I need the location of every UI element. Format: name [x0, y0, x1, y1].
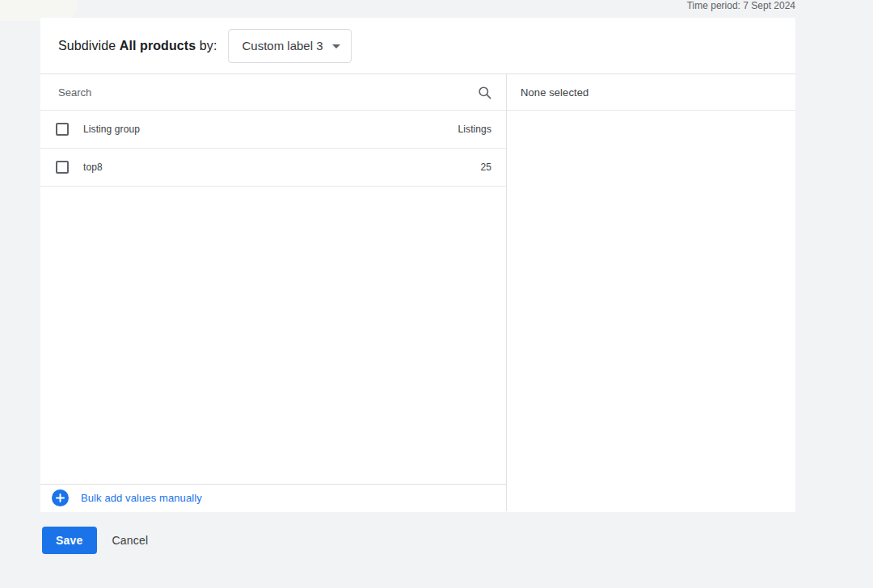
- bulk-add-link[interactable]: Bulk add values manually: [52, 489, 202, 506]
- title-suffix: by:: [200, 39, 217, 52]
- column-header-listing-group: Listing group: [83, 124, 458, 135]
- search-input[interactable]: [58, 86, 477, 99]
- empty-space: [40, 187, 506, 484]
- selection-status: None selected: [507, 74, 795, 111]
- table-row[interactable]: top8 25: [40, 149, 506, 187]
- search-row: [40, 74, 506, 111]
- title-prefix: Subdivide: [58, 39, 116, 52]
- action-bar: Save Cancel: [42, 527, 148, 554]
- column-header-listings: Listings: [458, 124, 492, 135]
- chevron-down-icon: [332, 44, 340, 48]
- search-icon: [477, 85, 492, 100]
- row-listings-count: 25: [480, 162, 491, 173]
- values-pane: Listing group Listings top8 25: [40, 74, 507, 511]
- select-all-checkbox[interactable]: [56, 123, 69, 136]
- dropdown-selected-value: Custom label 3: [242, 39, 323, 52]
- selected-pane: None selected: [507, 74, 795, 511]
- plus-circle-icon: [52, 489, 69, 506]
- bulk-add-label: Bulk add values manually: [81, 492, 202, 504]
- card-body: Listing group Listings top8 25: [40, 74, 795, 511]
- row-checkbox[interactable]: [56, 161, 69, 174]
- save-button[interactable]: Save: [42, 527, 97, 554]
- bulk-add-row: Bulk add values manually: [40, 484, 506, 511]
- subdivide-by-dropdown[interactable]: Custom label 3: [228, 29, 351, 63]
- subdivide-card: Subdivide All products by: Custom label …: [40, 18, 795, 512]
- cancel-button[interactable]: Cancel: [112, 534, 149, 547]
- card-header: Subdivide All products by: Custom label …: [40, 18, 795, 74]
- page-title: Subdivide All products by:: [58, 39, 217, 53]
- time-period-label: Time period: 7 Sept 2024: [687, 0, 795, 11]
- title-subject: All products: [120, 39, 196, 52]
- page: Time period: 7 Sept 2024 Subdivide All p…: [0, 0, 873, 588]
- row-value-label: top8: [83, 162, 480, 173]
- table-header-row: Listing group Listings: [40, 111, 506, 149]
